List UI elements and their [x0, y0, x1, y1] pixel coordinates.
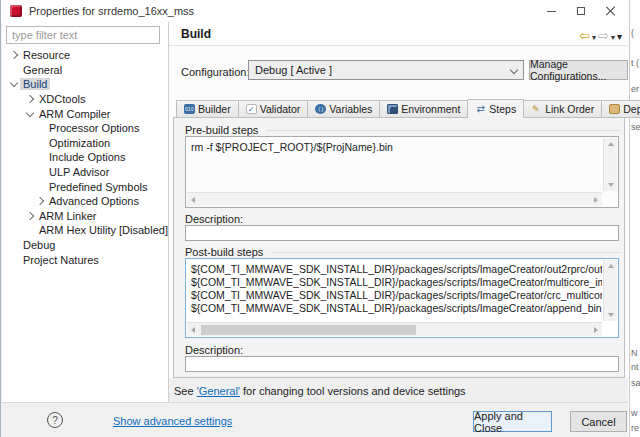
link-order-icon	[531, 104, 542, 114]
postbuild-horizontal-scrollbar[interactable]	[187, 322, 602, 336]
tab-dependencies[interactable]: Dependencies	[602, 100, 640, 118]
prebuild-vertical-scrollbar[interactable]	[603, 138, 617, 191]
tree-item-label: Resource	[20, 49, 73, 61]
help-icon[interactable]: ?	[47, 412, 63, 428]
tree-item-arm-compiler[interactable]: ARM Compiler	[2, 106, 169, 121]
tree-spacer	[8, 255, 20, 265]
tree-item-build[interactable]: Build	[2, 77, 169, 92]
configuration-select[interactable]: Debug [ Active ]	[248, 60, 524, 80]
back-history-caret-icon[interactable]	[592, 26, 596, 44]
tree-spacer	[34, 123, 46, 133]
prebuild-group-label: Pre-build steps	[185, 124, 621, 136]
postbuild-group-label: Post-build steps	[185, 246, 621, 258]
environment-icon	[387, 104, 398, 114]
scroll-right-icon	[594, 327, 598, 333]
postbuild-vertical-scrollbar[interactable]	[603, 260, 617, 321]
postbuild-description-input[interactable]	[185, 356, 619, 372]
configuration-label: Configuration:	[181, 66, 250, 78]
apply-and-close-button[interactable]: Apply and Close	[473, 411, 552, 432]
background-text-fragment: w	[631, 408, 638, 418]
tree-item-project-natures[interactable]: Project Natures	[2, 252, 169, 267]
background-text-fragment: re	[631, 423, 639, 433]
scroll-up-icon	[608, 264, 614, 268]
tree-item-processor-options[interactable]: Processor Options	[2, 121, 169, 136]
prebuild-steps-text[interactable]: rm -f ${PROJECT_ROOT}/${ProjName}.bin	[187, 138, 602, 191]
tree-item-debug[interactable]: Debug	[2, 238, 169, 253]
tree-expanded-chevron-icon[interactable]	[8, 79, 20, 89]
dependencies-icon	[609, 104, 620, 114]
prebuild-steps-box[interactable]: rm -f ${PROJECT_ROOT}/${ProjName}.bin	[185, 136, 619, 208]
tree-item-label: Debug	[20, 239, 58, 251]
steps-tab-panel: Pre-build steps rm -f ${PROJECT_ROOT}/${…	[173, 117, 625, 378]
tree-item-xdctools[interactable]: XDCtools	[2, 92, 169, 107]
scrollbar-thumb[interactable]	[201, 325, 416, 335]
tree-collapsed-chevron-icon[interactable]	[24, 211, 36, 221]
tab-label: Validator	[260, 103, 301, 115]
general-settings-note: See 'General' for changing tool versions…	[174, 385, 466, 397]
manage-configurations-button[interactable]: Manage Configurations...	[529, 60, 628, 80]
tree-spacer	[8, 65, 20, 75]
tree-item-arm-hex-utility-disabled[interactable]: ARM Hex Utility [Disabled]	[2, 223, 169, 238]
tree-item-label: Build	[20, 78, 50, 90]
forward-history-caret-icon[interactable]	[611, 26, 615, 44]
prebuild-description-input[interactable]	[185, 225, 619, 241]
back-arrow-icon[interactable]	[579, 26, 590, 44]
tree-item-general[interactable]: General	[2, 63, 169, 78]
tree-item-ulp-advisor[interactable]: ULP Advisor	[2, 165, 169, 180]
scroll-up-icon	[608, 142, 614, 146]
tree-spacer	[24, 225, 36, 235]
tab-steps[interactable]: Steps	[468, 99, 524, 118]
tab-environment[interactable]: Environment	[380, 100, 468, 118]
forward-arrow-icon[interactable]	[598, 26, 609, 44]
dialog-titlebar: Properties for srrdemo_16xx_mss	[1, 0, 628, 22]
cancel-button[interactable]: Cancel	[570, 411, 627, 432]
maximize-icon	[577, 7, 585, 15]
tab-label: Variables	[329, 103, 372, 115]
tree-item-label: ARM Hex Utility [Disabled]	[36, 224, 171, 236]
tree-collapsed-chevron-icon[interactable]	[24, 94, 36, 104]
builder-icon: 010	[184, 104, 195, 114]
tree-item-label: ARM Compiler	[36, 108, 114, 120]
validator-icon	[246, 104, 257, 114]
tree-collapsed-chevron-icon[interactable]	[34, 196, 46, 206]
properties-tree: ResourceGeneralBuildXDCtoolsARM Compiler…	[2, 48, 169, 267]
tab-variables[interactable]: ( )Variables	[308, 100, 380, 118]
tab-label: Dependencies	[623, 103, 640, 115]
background-text-fragment: nt	[631, 362, 639, 372]
minimize-button[interactable]	[536, 0, 566, 22]
tab-validator[interactable]: Validator	[239, 100, 309, 118]
postbuild-steps-box[interactable]: ${COM_TI_MMWAVE_SDK_INSTALL_DIR}/package…	[185, 258, 619, 338]
background-text-fragment: t (	[631, 58, 639, 68]
view-menu-caret-icon[interactable]	[617, 26, 622, 44]
close-button[interactable]	[596, 0, 626, 22]
app-icon	[10, 5, 22, 17]
tree-item-label: ARM Linker	[36, 210, 99, 222]
tree-collapsed-chevron-icon[interactable]	[8, 50, 20, 60]
show-advanced-settings-link[interactable]: Show advanced settings	[113, 415, 232, 427]
pane-header: Build	[169, 22, 628, 46]
prebuild-horizontal-scrollbar[interactable]	[187, 192, 602, 206]
filter-input[interactable]	[6, 26, 160, 44]
sidebar: ResourceGeneralBuildXDCtoolsARM Compiler…	[2, 22, 169, 402]
tree-item-include-options[interactable]: Include Options	[2, 150, 169, 165]
tab-link-order[interactable]: Link Order	[524, 100, 602, 118]
postbuild-description-label: Description:	[185, 344, 243, 356]
prebuild-description-label: Description:	[185, 213, 243, 225]
tree-item-arm-linker[interactable]: ARM Linker	[2, 209, 169, 224]
maximize-button[interactable]	[566, 0, 596, 22]
scroll-left-icon	[191, 197, 195, 203]
tree-item-resource[interactable]: Resource	[2, 48, 169, 63]
postbuild-steps-text[interactable]: ${COM_TI_MMWAVE_SDK_INSTALL_DIR}/package…	[187, 260, 602, 321]
tree-expanded-chevron-icon[interactable]	[24, 109, 36, 119]
tree-item-predefined-symbols[interactable]: Predefined Symbols	[2, 179, 169, 194]
tree-item-label: Predefined Symbols	[46, 181, 150, 193]
button-bar: ? Show advanced settings Apply and Close…	[1, 402, 628, 437]
tree-item-advanced-options[interactable]: Advanced Options	[2, 194, 169, 209]
tree-item-label: XDCtools	[36, 93, 88, 105]
tab-builder[interactable]: 010Builder	[176, 100, 239, 118]
general-link[interactable]: 'General'	[197, 385, 240, 397]
background-text-fragment: sa	[631, 378, 640, 388]
tree-spacer	[8, 240, 20, 250]
tree-item-optimization[interactable]: Optimization	[2, 136, 169, 151]
close-icon	[606, 6, 616, 16]
